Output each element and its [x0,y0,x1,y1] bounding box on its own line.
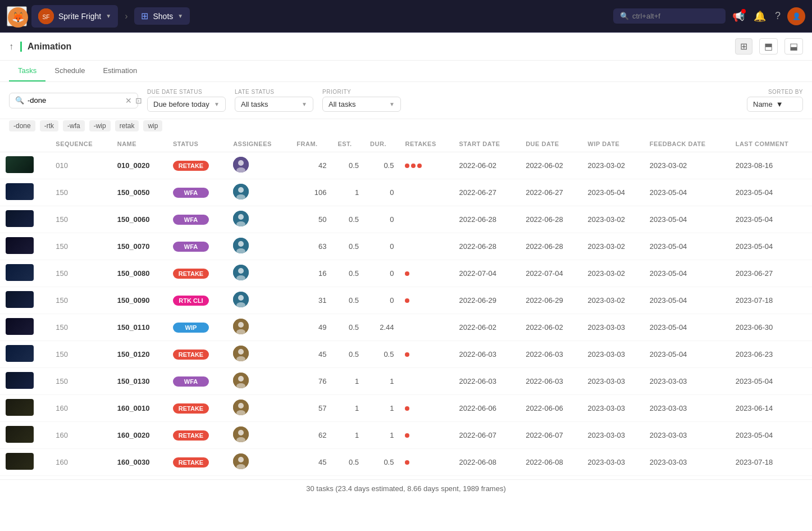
global-search[interactable]: 🔍 ctrl+alt+f [613,8,726,24]
cell-sequence: 150 [50,233,111,260]
cell-status: RETAKE [167,449,227,476]
tabs-bar: Tasks Schedule Estimation [0,61,812,82]
cell-name[interactable]: 150_0080 [112,260,167,287]
cell-frames: 42 [291,152,332,179]
cell-sequence: 160 [50,422,111,449]
col-est[interactable]: EST. [332,136,364,152]
bell-icon: 🔔 [754,11,766,22]
cell-name[interactable]: 150_0130 [112,368,167,395]
col-retakes[interactable]: RETAKES [399,136,453,152]
due-date-select[interactable]: Due before today ▼ [147,97,226,112]
activity-button[interactable]: 📢 [730,8,747,25]
cell-assignees [227,341,291,368]
search-filter-input[interactable] [28,96,122,105]
col-dur[interactable]: DUR. [364,136,399,152]
table-body: 010010_0020RETAKE420.50.52022-06-022022-… [0,152,812,480]
late-status-select[interactable]: All tasks ▼ [235,97,313,112]
retake-dot [405,298,409,303]
cell-name[interactable]: 160_0030 [112,449,167,476]
cell-assignees [227,179,291,206]
col-frames[interactable]: FRAM. [291,136,332,152]
cell-name[interactable]: 160_0010 [112,395,167,422]
export-button[interactable]: ⬒ [759,38,778,55]
user-avatar-button[interactable]: 👤 [787,7,805,25]
svg-point-35 [238,430,244,435]
col-start-date[interactable]: START DATE [453,136,520,152]
cell-name[interactable]: 150_0070 [112,233,167,260]
tag-wip2[interactable]: wip [143,120,162,131]
top-navigation: 🦊 SF Sprite Fright ▼ › ⊞ Shots ▼ 🔍 ctrl+… [0,0,812,33]
col-sequence[interactable]: SEQUENCE [50,136,111,152]
cell-status: WFA [167,179,227,206]
cell-date-2: 2023-03-03 [582,422,644,449]
col-feedback-date[interactable]: FEEDBACK DATE [644,136,730,152]
cell-date-1: 2022-06-06 [520,395,582,422]
cell-thumb [0,314,50,341]
cell-est: 0.5 [332,287,364,314]
doc-button[interactable]: ⬓ [784,38,803,55]
cell-retakes [399,152,453,179]
cell-sequence: 150 [50,206,111,233]
cell-date-4: 2023-07-18 [730,449,812,476]
sorted-by-label: SORTED BY [768,89,803,95]
tag-retak[interactable]: retak [115,120,139,131]
cell-name[interactable]: 150_0120 [112,341,167,368]
tag-wfa[interactable]: -wfa [63,120,85,131]
cell-name[interactable]: 150_0090 [112,287,167,314]
due-date-filter-group: DUE DATE STATUS Due before today ▼ [147,89,226,112]
col-wip-date[interactable]: WIP DATE [582,136,644,152]
col-assignees[interactable]: ASSIGNEES [227,136,291,152]
task-search[interactable]: 🔍 ✕ ⊡ [9,93,138,108]
cell-name[interactable]: 150_0060 [112,206,167,233]
cell-name[interactable]: 150_0110 [112,314,167,341]
tab-tasks[interactable]: Tasks [9,61,45,81]
priority-select[interactable]: All tasks ▼ [322,97,401,112]
cell-name[interactable]: 010_0020 [112,152,167,179]
tag-done[interactable]: -done [9,120,35,131]
cell-date-2: 2023-03-02 [582,260,644,287]
col-name[interactable]: NAME [112,136,167,152]
search-hint: ctrl+alt+f [632,12,660,20]
cell-name[interactable]: 150_0050 [112,179,167,206]
svg-point-23 [238,322,244,328]
cell-date-0: 2022-06-29 [453,287,520,314]
cell-date-1: 2022-06-29 [520,287,582,314]
cell-date-1: 2022-06-03 [520,341,582,368]
tab-estimation[interactable]: Estimation [94,61,146,81]
notifications-button[interactable]: 🔔 [751,8,768,25]
cell-sequence: 010 [50,152,111,179]
cell-status: RETAKE [167,260,227,287]
shots-selector[interactable]: ⊞ Shots ▼ [134,7,190,25]
filter-bar: 🔍 ✕ ⊡ DUE DATE STATUS Due before today ▼… [0,82,812,119]
tag-rtk[interactable]: -rtk [40,120,58,131]
cell-thumb [0,260,50,287]
svg-point-8 [238,187,244,193]
sort-select[interactable]: Name ▼ [747,97,803,112]
cell-date-4: 2023-05-04 [730,233,812,260]
help-button[interactable]: ? [773,8,783,24]
col-due-date[interactable]: DUE DATE [520,136,582,152]
grid-view-button[interactable]: ⊞ [735,38,752,55]
col-last-comment[interactable]: LAST COMMENT [730,136,812,152]
project-selector[interactable]: SF Sprite Fright ▼ [31,5,118,28]
cell-retakes [399,368,453,395]
search-copy-button[interactable]: ⊡ [135,96,142,105]
cell-status: WFA [167,206,227,233]
cell-frames: 49 [291,314,332,341]
cell-name[interactable]: 160_0020 [112,422,167,449]
tag-wip[interactable]: -wip [89,120,111,131]
cell-date-0: 2022-06-27 [453,179,520,206]
shots-label: Shots [153,12,173,21]
tab-schedule[interactable]: Schedule [45,61,94,81]
back-button[interactable]: ↑ [9,42,13,52]
col-status[interactable]: STATUS [167,136,227,152]
app-logo-button[interactable]: 🦊 [7,6,27,26]
cell-sequence: 150 [50,287,111,314]
cell-date-2: 2023-03-02 [582,287,644,314]
cell-thumb [0,179,50,206]
cell-retakes [399,395,453,422]
cell-status: RTK CLI [167,287,227,314]
search-clear-button[interactable]: ✕ [125,96,132,105]
cell-date-3: 2023-03-02 [644,152,730,179]
cell-retakes [399,314,453,341]
